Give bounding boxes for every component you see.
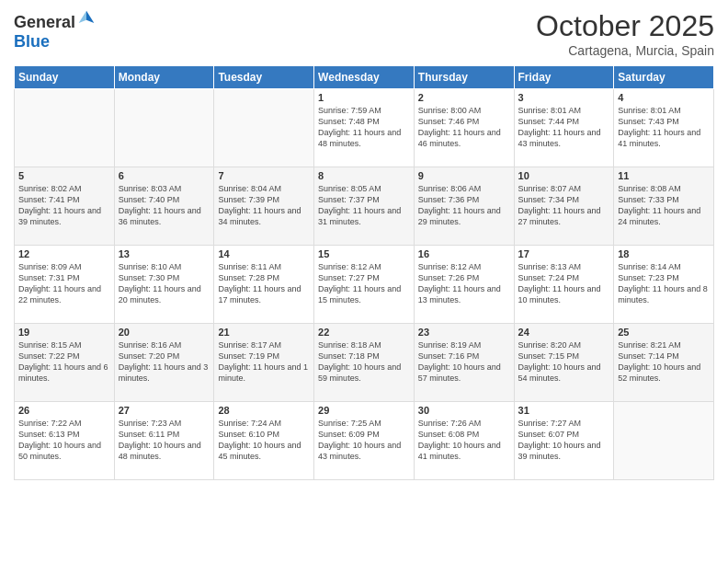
- day-number: 9: [418, 170, 510, 181]
- weekday-header: Friday: [514, 66, 614, 89]
- calendar-cell: 6Sunrise: 8:03 AM Sunset: 7:40 PM Daylig…: [114, 167, 214, 246]
- day-info: Sunrise: 7:24 AM Sunset: 6:10 PM Dayligh…: [218, 418, 310, 463]
- calendar-cell: 30Sunrise: 7:26 AM Sunset: 6:08 PM Dayli…: [414, 402, 514, 480]
- calendar-body: 1Sunrise: 7:59 AM Sunset: 7:48 PM Daylig…: [15, 89, 714, 480]
- calendar-cell: [114, 89, 214, 167]
- calendar-cell: 28Sunrise: 7:24 AM Sunset: 6:10 PM Dayli…: [214, 402, 314, 480]
- weekday-header: Sunday: [15, 66, 115, 89]
- calendar-week-row: 26Sunrise: 7:22 AM Sunset: 6:13 PM Dayli…: [15, 402, 714, 480]
- day-info: Sunrise: 8:17 AM Sunset: 7:19 PM Dayligh…: [218, 339, 310, 385]
- day-number: 22: [318, 327, 410, 338]
- calendar-cell: 12Sunrise: 8:09 AM Sunset: 7:31 PM Dayli…: [15, 246, 115, 324]
- location-subtitle: Cartagena, Murcia, Spain: [536, 43, 714, 58]
- day-info: Sunrise: 8:14 AM Sunset: 7:23 PM Dayligh…: [618, 261, 710, 306]
- calendar-cell: 19Sunrise: 8:15 AM Sunset: 7:22 PM Dayli…: [15, 324, 115, 402]
- calendar-cell: 23Sunrise: 8:19 AM Sunset: 7:16 PM Dayli…: [414, 324, 514, 402]
- calendar-cell: 10Sunrise: 8:07 AM Sunset: 7:34 PM Dayli…: [514, 167, 614, 246]
- weekday-header: Saturday: [614, 66, 714, 89]
- day-number: 8: [318, 170, 410, 181]
- calendar-cell: [214, 89, 314, 167]
- logo-wordmark: General Blue: [14, 9, 96, 52]
- calendar-cell: 20Sunrise: 8:16 AM Sunset: 7:20 PM Dayli…: [114, 324, 214, 402]
- calendar-table: SundayMondayTuesdayWednesdayThursdayFrid…: [14, 65, 714, 480]
- calendar-cell: 7Sunrise: 8:04 AM Sunset: 7:39 PM Daylig…: [214, 167, 314, 246]
- day-number: 23: [418, 327, 510, 338]
- month-title: October 2025: [536, 9, 714, 43]
- calendar-week-row: 1Sunrise: 7:59 AM Sunset: 7:48 PM Daylig…: [15, 89, 714, 167]
- day-number: 19: [18, 327, 110, 338]
- calendar-week-row: 19Sunrise: 8:15 AM Sunset: 7:22 PM Dayli…: [15, 324, 714, 402]
- day-info: Sunrise: 8:18 AM Sunset: 7:18 PM Dayligh…: [318, 339, 410, 385]
- day-number: 7: [218, 170, 310, 181]
- weekday-header: Thursday: [414, 66, 514, 89]
- day-number: 10: [518, 170, 610, 181]
- day-info: Sunrise: 8:08 AM Sunset: 7:33 PM Dayligh…: [618, 183, 710, 228]
- calendar-cell: 3Sunrise: 8:01 AM Sunset: 7:44 PM Daylig…: [514, 89, 614, 167]
- day-info: Sunrise: 8:13 AM Sunset: 7:24 PM Dayligh…: [518, 261, 610, 306]
- day-info: Sunrise: 8:12 AM Sunset: 7:26 PM Dayligh…: [418, 261, 510, 306]
- calendar-cell: 14Sunrise: 8:11 AM Sunset: 7:28 PM Dayli…: [214, 246, 314, 324]
- calendar-cell: 1Sunrise: 7:59 AM Sunset: 7:48 PM Daylig…: [314, 89, 415, 167]
- calendar-cell: 21Sunrise: 8:17 AM Sunset: 7:19 PM Dayli…: [214, 324, 314, 402]
- day-number: 20: [119, 327, 210, 338]
- calendar-cell: 26Sunrise: 7:22 AM Sunset: 6:13 PM Dayli…: [15, 402, 115, 480]
- day-info: Sunrise: 8:09 AM Sunset: 7:31 PM Dayligh…: [18, 261, 110, 306]
- day-number: 31: [518, 405, 610, 416]
- weekday-row: SundayMondayTuesdayWednesdayThursdayFrid…: [15, 66, 714, 89]
- day-number: 18: [618, 248, 710, 259]
- logo-general: General: [14, 13, 75, 31]
- calendar-cell: 27Sunrise: 7:23 AM Sunset: 6:11 PM Dayli…: [114, 402, 214, 480]
- title-block: October 2025 Cartagena, Murcia, Spain: [536, 9, 714, 58]
- day-number: 1: [318, 92, 410, 103]
- day-number: 17: [518, 248, 610, 259]
- day-info: Sunrise: 8:06 AM Sunset: 7:36 PM Dayligh…: [418, 183, 510, 228]
- logo-blue: Blue: [14, 32, 50, 51]
- calendar-cell: [15, 89, 115, 167]
- day-number: 30: [418, 405, 510, 416]
- day-number: 24: [518, 327, 610, 338]
- page-container: General Blue October 2025 Cartagena, Mur…: [0, 0, 728, 489]
- day-info: Sunrise: 7:26 AM Sunset: 6:08 PM Dayligh…: [418, 418, 510, 463]
- day-info: Sunrise: 8:03 AM Sunset: 7:40 PM Dayligh…: [119, 183, 210, 228]
- day-info: Sunrise: 7:59 AM Sunset: 7:48 PM Dayligh…: [318, 105, 410, 150]
- weekday-header: Tuesday: [214, 66, 314, 89]
- logo-sail-icon: [77, 9, 96, 28]
- day-info: Sunrise: 7:27 AM Sunset: 6:07 PM Dayligh…: [518, 418, 610, 463]
- day-number: 13: [119, 248, 210, 259]
- day-info: Sunrise: 8:00 AM Sunset: 7:46 PM Dayligh…: [418, 105, 510, 150]
- calendar-cell: 2Sunrise: 8:00 AM Sunset: 7:46 PM Daylig…: [414, 89, 514, 167]
- calendar-cell: 11Sunrise: 8:08 AM Sunset: 7:33 PM Dayli…: [614, 167, 714, 246]
- calendar-cell: 4Sunrise: 8:01 AM Sunset: 7:43 PM Daylig…: [614, 89, 714, 167]
- calendar-cell: 22Sunrise: 8:18 AM Sunset: 7:18 PM Dayli…: [314, 324, 415, 402]
- day-number: 29: [318, 405, 410, 416]
- day-info: Sunrise: 8:11 AM Sunset: 7:28 PM Dayligh…: [218, 261, 310, 306]
- day-info: Sunrise: 8:02 AM Sunset: 7:41 PM Dayligh…: [18, 183, 110, 228]
- day-info: Sunrise: 7:22 AM Sunset: 6:13 PM Dayligh…: [18, 418, 110, 463]
- day-info: Sunrise: 8:19 AM Sunset: 7:16 PM Dayligh…: [418, 339, 510, 385]
- day-number: 6: [119, 170, 210, 181]
- day-number: 15: [318, 248, 410, 259]
- day-info: Sunrise: 8:10 AM Sunset: 7:30 PM Dayligh…: [119, 261, 210, 306]
- day-info: Sunrise: 8:12 AM Sunset: 7:27 PM Dayligh…: [318, 261, 410, 306]
- calendar-cell: 17Sunrise: 8:13 AM Sunset: 7:24 PM Dayli…: [514, 246, 614, 324]
- day-info: Sunrise: 8:20 AM Sunset: 7:15 PM Dayligh…: [518, 339, 610, 385]
- day-number: 11: [618, 170, 710, 181]
- day-info: Sunrise: 8:01 AM Sunset: 7:43 PM Dayligh…: [618, 105, 710, 150]
- calendar-header: SundayMondayTuesdayWednesdayThursdayFrid…: [15, 66, 714, 89]
- calendar-week-row: 5Sunrise: 8:02 AM Sunset: 7:41 PM Daylig…: [15, 167, 714, 246]
- page-header: General Blue October 2025 Cartagena, Mur…: [14, 9, 714, 58]
- day-number: 25: [618, 327, 710, 338]
- day-info: Sunrise: 8:04 AM Sunset: 7:39 PM Dayligh…: [218, 183, 310, 228]
- calendar-cell: 16Sunrise: 8:12 AM Sunset: 7:26 PM Dayli…: [414, 246, 514, 324]
- day-number: 3: [518, 92, 610, 103]
- day-info: Sunrise: 8:21 AM Sunset: 7:14 PM Dayligh…: [618, 339, 710, 385]
- day-info: Sunrise: 8:07 AM Sunset: 7:34 PM Dayligh…: [518, 183, 610, 228]
- weekday-header: Monday: [114, 66, 214, 89]
- calendar-cell: 5Sunrise: 8:02 AM Sunset: 7:41 PM Daylig…: [15, 167, 115, 246]
- day-number: 28: [218, 405, 310, 416]
- day-number: 5: [18, 170, 110, 181]
- calendar-cell: 25Sunrise: 8:21 AM Sunset: 7:14 PM Dayli…: [614, 324, 714, 402]
- day-info: Sunrise: 8:01 AM Sunset: 7:44 PM Dayligh…: [518, 105, 610, 150]
- calendar-week-row: 12Sunrise: 8:09 AM Sunset: 7:31 PM Dayli…: [15, 246, 714, 324]
- calendar-cell: 29Sunrise: 7:25 AM Sunset: 6:09 PM Dayli…: [314, 402, 415, 480]
